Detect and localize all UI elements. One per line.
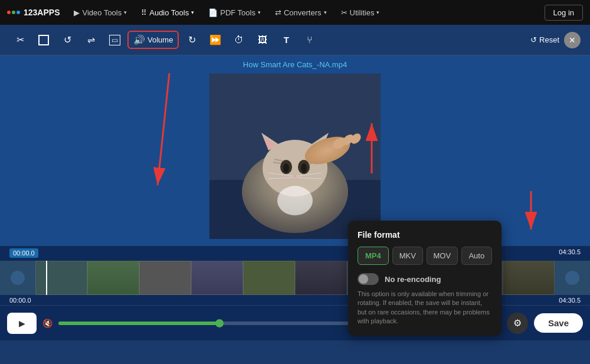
thumb-10 bbox=[503, 261, 555, 295]
reset-icon: ↺ bbox=[530, 35, 537, 44]
subtitle-tool-button[interactable]: ▭ bbox=[104, 29, 125, 51]
toggle-label: No re-encoding bbox=[385, 275, 441, 284]
close-button[interactable]: ✕ bbox=[564, 32, 581, 48]
main-area: How Smart Are Cats_-NA.mp4 bbox=[0, 55, 590, 246]
logo[interactable]: 123APPS bbox=[7, 8, 60, 17]
repeat-icon: ↻ bbox=[188, 34, 196, 45]
thumb-1 bbox=[35, 261, 87, 295]
filename-label: How Smart Are Cats_-NA.mp4 bbox=[243, 60, 347, 69]
timer-tool-button[interactable]: ⏱ bbox=[228, 29, 250, 51]
svg-point-33 bbox=[11, 271, 25, 285]
login-button[interactable]: Log in bbox=[545, 5, 583, 21]
nav-utilities[interactable]: ✂ Utilities ▾ bbox=[335, 6, 386, 19]
svg-point-35 bbox=[565, 271, 579, 285]
crop-icon bbox=[38, 35, 49, 45]
branch-tool-button[interactable]: ⑂ bbox=[299, 29, 320, 51]
svg-point-13 bbox=[301, 163, 307, 173]
reset-label: Reset bbox=[539, 35, 559, 44]
logo-dot-green bbox=[12, 11, 15, 14]
toggle-thumb bbox=[359, 274, 368, 284]
timeline-start-time: 00:00.0 bbox=[9, 248, 38, 258]
video-icon: ▶ bbox=[74, 8, 80, 17]
volume-label: Volume bbox=[148, 35, 173, 44]
nav-video-tools-label: Video Tools bbox=[82, 8, 122, 17]
speed-icon: ⏩ bbox=[209, 34, 221, 45]
file-format-popup: File format MP4 MKV MOV Auto No re-encod… bbox=[348, 221, 502, 336]
play-icon: ▶ bbox=[19, 319, 25, 328]
thumb-image-right bbox=[555, 261, 590, 295]
toolbar-right: ↺ Reset ✕ bbox=[530, 32, 581, 48]
chevron-down-icon: ▾ bbox=[376, 9, 379, 15]
volume-thumb[interactable] bbox=[215, 319, 224, 327]
timeline-track[interactable] bbox=[0, 260, 590, 296]
chevron-down-icon: ▾ bbox=[191, 9, 194, 15]
pdf-icon: 📄 bbox=[208, 8, 218, 17]
volume-icon: 🔊 bbox=[133, 34, 145, 45]
text-tool-button[interactable]: T bbox=[276, 29, 297, 51]
settings-button[interactable]: ⚙ bbox=[507, 313, 528, 334]
thumb-2 bbox=[87, 261, 139, 295]
flip-tool-button[interactable]: ⇌ bbox=[80, 29, 101, 51]
no-reencoding-toggle[interactable] bbox=[358, 273, 379, 285]
crop-tool-button[interactable] bbox=[33, 29, 54, 51]
logo-dot-blue bbox=[17, 11, 20, 14]
volume-fill bbox=[58, 322, 219, 325]
speed-tool-button[interactable]: ⏩ bbox=[205, 29, 226, 51]
controls-bar: ▶ 🔇 🔊 -34% ⚙ Save bbox=[0, 305, 590, 340]
thumb-5 bbox=[243, 261, 295, 295]
timeline-end-time: 04:30.5 bbox=[559, 248, 581, 258]
rotate-icon: ↺ bbox=[64, 34, 71, 45]
chevron-down-icon: ▾ bbox=[258, 9, 261, 15]
text-icon: T bbox=[284, 35, 289, 45]
svg-point-27 bbox=[277, 186, 313, 215]
svg-line-29 bbox=[158, 73, 169, 185]
video-thumbnail bbox=[209, 74, 381, 239]
timeline-times-bottom: 00:00.0 04:30.5 bbox=[0, 296, 590, 305]
logo-dot-red bbox=[7, 11, 11, 14]
audio-icon: ⠿ bbox=[141, 8, 147, 17]
video-player[interactable] bbox=[209, 74, 381, 239]
thumb-image bbox=[0, 261, 35, 295]
navbar: 123APPS ▶ Video Tools ▾ ⠿ Audio Tools ▾ … bbox=[0, 0, 590, 25]
format-auto-button[interactable]: Auto bbox=[461, 247, 493, 265]
timeline-bottom-start: 00:00.0 bbox=[9, 297, 31, 304]
flip-icon: ⇌ bbox=[87, 34, 95, 45]
nav-items: ▶ Video Tools ▾ ⠿ Audio Tools ▾ 📄 PDF To… bbox=[68, 6, 540, 19]
reset-button[interactable]: ↺ Reset bbox=[530, 35, 559, 44]
nav-pdf-tools[interactable]: 📄 PDF Tools ▾ bbox=[202, 6, 267, 19]
converters-icon: ⇄ bbox=[275, 8, 281, 17]
repeat-tool-button[interactable]: ↻ bbox=[181, 29, 202, 51]
timeline-right-handle bbox=[555, 261, 590, 295]
format-buttons: MP4 MKV MOV Auto bbox=[358, 247, 492, 265]
timeline-bottom-end: 04:30.5 bbox=[559, 297, 581, 304]
nav-video-tools[interactable]: ▶ Video Tools ▾ bbox=[68, 6, 133, 19]
format-mkv-button[interactable]: MKV bbox=[392, 247, 424, 265]
timeline-times-top: 00:00.0 04:30.5 bbox=[0, 246, 590, 260]
cut-icon: ✂ bbox=[17, 34, 24, 45]
thumb-4 bbox=[191, 261, 243, 295]
logo-text: 123APPS bbox=[24, 8, 60, 17]
chevron-down-icon: ▾ bbox=[124, 9, 127, 15]
volume-tool-button[interactable]: 🔊 Volume bbox=[127, 31, 179, 49]
close-icon: ✕ bbox=[569, 35, 576, 45]
picture-icon: 🖼 bbox=[258, 35, 267, 45]
playhead[interactable] bbox=[46, 261, 47, 295]
picture-tool-button[interactable]: 🖼 bbox=[252, 29, 273, 51]
nav-audio-tools-label: Audio Tools bbox=[149, 8, 189, 17]
video-content bbox=[209, 74, 381, 239]
toggle-row: No re-encoding bbox=[358, 273, 492, 285]
play-button[interactable]: ▶ bbox=[7, 313, 37, 334]
logo-dots bbox=[7, 11, 20, 14]
branch-icon: ⑂ bbox=[307, 35, 313, 45]
timeline[interactable]: 00:00.0 04:30.5 bbox=[0, 246, 590, 305]
format-mov-button[interactable]: MOV bbox=[427, 247, 458, 265]
save-button[interactable]: Save bbox=[534, 313, 583, 333]
nav-converters[interactable]: ⇄ Converters ▾ bbox=[269, 6, 333, 19]
cut-tool-button[interactable]: ✂ bbox=[9, 29, 31, 51]
rotate-tool-button[interactable]: ↺ bbox=[57, 29, 78, 51]
nav-pdf-tools-label: PDF Tools bbox=[220, 8, 255, 17]
nav-audio-tools[interactable]: ⠿ Audio Tools ▾ bbox=[135, 6, 200, 19]
svg-point-12 bbox=[283, 163, 289, 173]
format-mp4-button[interactable]: MP4 bbox=[358, 247, 389, 265]
utilities-icon: ✂ bbox=[341, 8, 348, 17]
